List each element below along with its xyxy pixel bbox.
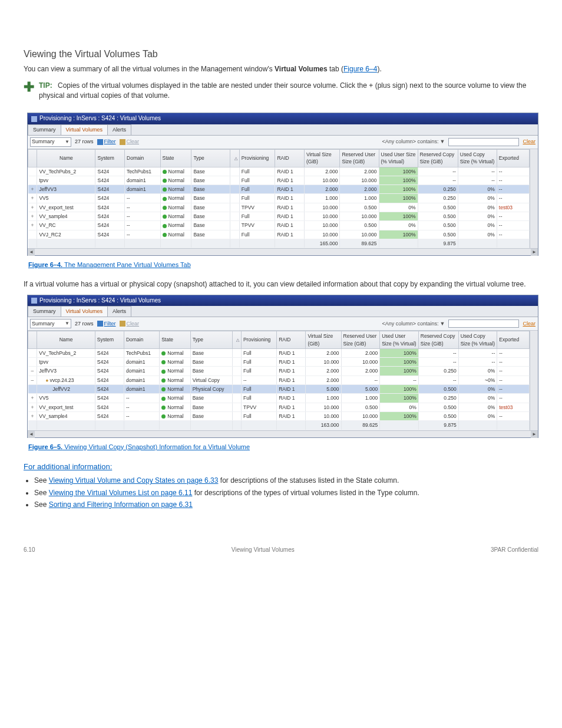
column-header[interactable]: Type [190, 331, 232, 349]
table-row[interactable]: +VV5S424--NormalBaseFullRAID 11.0001.000… [28, 394, 530, 403]
clear-filter-link[interactable]: Clear [120, 320, 140, 328]
column-header[interactable]: Exported [497, 331, 530, 349]
expand-toggle[interactable]: + [28, 185, 37, 194]
expand-toggle[interactable]: – [28, 367, 37, 375]
column-header[interactable]: Reserved User Size (GiB) [341, 331, 380, 349]
expand-toggle[interactable]: + [28, 221, 37, 230]
column-header[interactable]: Type [191, 149, 230, 167]
expand-toggle[interactable] [28, 230, 37, 239]
column-header[interactable] [28, 149, 37, 167]
column-header[interactable]: Provisioning [239, 149, 275, 167]
table-row[interactable]: +VV_sample4S424--NormalBaseFullRAID 110.… [28, 412, 530, 421]
clear-filter-link[interactable]: Clear [120, 138, 140, 146]
expand-toggle[interactable]: – [28, 375, 37, 384]
column-header[interactable]: System [95, 149, 125, 167]
expand-toggle[interactable]: + [28, 203, 37, 212]
scroll-left-icon[interactable]: ◄ [28, 431, 35, 438]
table-row[interactable]: –●vvcp.24.23S424domain1NormalVirtual Cop… [28, 375, 530, 384]
column-header[interactable]: Virtual Size (GiB) [306, 331, 341, 349]
chevron-down-icon[interactable]: ▼ [440, 320, 445, 328]
filter-link[interactable]: Filter [97, 320, 116, 328]
tab-virtual-volumes[interactable]: Virtual Volumes [61, 306, 108, 317]
tab-summary[interactable]: Summary [28, 124, 61, 135]
column-header[interactable]: State [160, 331, 191, 349]
column-header[interactable] [28, 331, 37, 349]
column-header[interactable]: Used User Size (% Virtual) [380, 331, 419, 349]
fig2-caption-link[interactable]: Figure 6–5. Viewing Virtual Copy (Snapsh… [28, 443, 250, 450]
clear-search-link[interactable]: Clear [523, 320, 535, 328]
table-row[interactable]: +VV_RCS424--NormalBaseTPVVRAID 110.0000.… [28, 221, 530, 230]
fig1-caption-link[interactable]: Figure 6–4. The Management Pane Virtual … [28, 261, 191, 268]
expand-toggle[interactable]: + [28, 194, 37, 203]
column-header[interactable]: RAID [277, 331, 306, 349]
tab-alerts[interactable]: Alerts [107, 124, 131, 135]
filter-link[interactable]: Filter [97, 138, 116, 146]
column-header[interactable]: △ [230, 149, 239, 167]
expand-toggle[interactable] [28, 358, 37, 367]
view-combo[interactable]: Summary ▼ [30, 319, 71, 328]
expand-toggle[interactable]: + [28, 403, 37, 411]
column-header[interactable]: State [160, 149, 191, 167]
xref-link-states[interactable]: Viewing Virtual Volume and Copy States o… [49, 476, 219, 485]
expand-toggle[interactable]: + [28, 412, 37, 421]
table-row[interactable]: +VV_export_testS424--NormalBaseTPVVRAID … [28, 203, 530, 212]
scroll-right-icon[interactable]: ► [531, 431, 538, 438]
column-header[interactable]: Virtual Size (GiB) [304, 149, 340, 167]
column-header[interactable]: Domain [124, 331, 159, 349]
horizontal-scrollbar[interactable]: ◄ ► [28, 430, 538, 437]
scroll-left-icon[interactable]: ◄ [28, 249, 35, 256]
expand-toggle[interactable] [28, 167, 37, 176]
xref-link-sortfilter[interactable]: Sorting and Filtering Information on pag… [49, 500, 193, 509]
expand-toggle[interactable] [28, 385, 37, 394]
clear-search-link[interactable]: Clear [523, 138, 535, 146]
column-header[interactable]: Reserved Copy Size (GiB) [418, 149, 458, 167]
table-row[interactable]: JeffVV2S424domain1NormalPhysical CopyFul… [28, 385, 530, 394]
cell-reserved-user-size: 10.000 [340, 230, 379, 239]
column-header[interactable]: Provisioning [242, 331, 277, 349]
tab-alerts[interactable]: Alerts [107, 306, 131, 317]
intro-figref-link[interactable]: Figure 6–4 [343, 65, 377, 73]
table-row[interactable]: VVJ_RC2S424--NormalBaseFullRAID 110.0001… [28, 230, 530, 239]
view-combo[interactable]: Summary ▼ [30, 137, 71, 147]
expand-toggle[interactable] [28, 348, 37, 357]
table-row[interactable]: tpvvS424domain1NormalBaseFullRAID 110.00… [28, 176, 530, 185]
column-header[interactable]: Used Copy Size (% Virtual) [458, 149, 497, 167]
expand-toggle[interactable] [28, 176, 37, 185]
expand-toggle[interactable]: + [28, 212, 37, 221]
column-header[interactable]: Used User Size (% Virtual) [379, 149, 418, 167]
cell-type: Base [191, 176, 230, 185]
table-row[interactable]: +VV_sample4S424--NormalBaseFullRAID 110.… [28, 212, 530, 221]
table-row[interactable]: VV_TechPubs_2S424TechPubs1NormalBaseFull… [28, 167, 530, 176]
total-virtual-size: 163.000 [306, 421, 341, 430]
column-header[interactable]: Used Copy Size (% Virtual) [458, 331, 497, 349]
cell-state: Normal [160, 167, 191, 176]
column-header[interactable]: Reserved Copy Size (GiB) [418, 331, 458, 349]
xref-link-vvlist[interactable]: Viewing the Virtual Volumes List on page… [49, 489, 193, 497]
horizontal-scrollbar[interactable]: ◄ ► [28, 248, 538, 255]
vertical-scrollbar[interactable] [530, 149, 538, 248]
column-header[interactable]: RAID [275, 149, 305, 167]
search-input[interactable] [448, 138, 519, 146]
expand-toggle[interactable]: + [28, 394, 37, 403]
search-input[interactable] [448, 319, 519, 328]
chevron-down-icon[interactable]: ▼ [440, 138, 445, 146]
tab-virtual-volumes[interactable]: Virtual Volumes [61, 124, 108, 135]
clear-text: Clear [127, 139, 140, 144]
column-header[interactable]: Domain [125, 149, 161, 167]
table-row[interactable]: +JeffVV3S424domain1NormalBaseFullRAID 12… [28, 185, 530, 194]
column-header[interactable]: Name [37, 331, 95, 349]
table-row[interactable]: +VV_export_testS424--NormalBaseTPVVRAID … [28, 403, 530, 411]
column-header[interactable]: System [95, 331, 124, 349]
column-header[interactable]: Exported [497, 149, 529, 167]
scroll-right-icon[interactable]: ► [531, 249, 538, 256]
tab-summary[interactable]: Summary [28, 306, 61, 317]
table-row[interactable]: +VV5S424--NormalBaseFullRAID 11.0001.000… [28, 194, 530, 203]
vertical-scrollbar[interactable] [530, 331, 538, 430]
cell-name: JeffVV3 [37, 185, 95, 194]
column-header[interactable]: Name [37, 149, 95, 167]
column-header[interactable]: Reserved User Size (GiB) [340, 149, 379, 167]
table-row[interactable]: tpvvS424domain1NormalBaseFullRAID 110.00… [28, 358, 530, 367]
column-header[interactable]: △ [232, 331, 241, 349]
table-row[interactable]: –JeffVV3S424domain1NormalBaseFullRAID 12… [28, 367, 530, 375]
table-row[interactable]: VV_TechPubs_2S424TechPubs1NormalBaseFull… [28, 348, 530, 357]
